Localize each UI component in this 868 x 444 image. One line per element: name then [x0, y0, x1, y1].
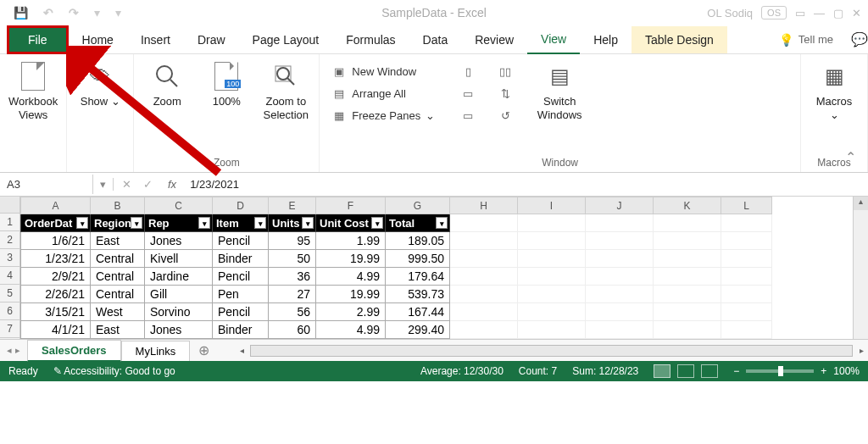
zoom-to-selection-button[interactable]: Zoom to Selection [261, 58, 310, 121]
qat-dropdown-icon[interactable]: ▾ [94, 6, 100, 19]
name-box-dropdown[interactable]: ▾ [93, 178, 114, 191]
user-name[interactable]: OL Sodiq [707, 7, 753, 19]
scroll-up-icon[interactable]: ▴ [854, 197, 868, 210]
hide-button[interactable]: ▭ [457, 83, 479, 103]
table-header[interactable]: Unit Cost▾ [316, 214, 386, 232]
arrange-all-button[interactable]: ▤Arrange All [328, 83, 438, 103]
ribbon-display-icon[interactable]: ▭ [795, 7, 805, 19]
redo-button[interactable]: ↷ [69, 6, 79, 19]
normal-view-button[interactable] [654, 364, 670, 378]
col-header-E[interactable]: E [269, 197, 316, 214]
table-header[interactable]: Total▾ [386, 214, 450, 232]
undo-button[interactable]: ↶ [43, 6, 53, 19]
new-window-button[interactable]: ▣New Window [328, 61, 438, 81]
hundred-percent-button[interactable]: 100 100% [202, 58, 251, 108]
reset-window-button[interactable]: ↺ [494, 105, 516, 125]
zoom-level[interactable]: 100% [833, 365, 860, 377]
sheet-tab-mylinks[interactable]: MyLinks [121, 341, 191, 361]
tell-me-search[interactable]: 💡 Tell me [779, 33, 846, 47]
table-row[interactable]: 4/1/21EastJonesBinder604.99299.40 [21, 321, 772, 339]
col-header-G[interactable]: G [386, 197, 450, 214]
tab-insert[interactable]: Insert [127, 26, 184, 53]
sync-scroll-button[interactable]: ⇅ [494, 83, 516, 103]
row-header[interactable]: 5 [0, 285, 19, 302]
scroll-right-icon[interactable]: ▸ [854, 346, 868, 355]
user-avatar[interactable]: OS [761, 6, 787, 19]
col-header-J[interactable]: J [586, 197, 654, 214]
page-break-view-button[interactable] [701, 364, 718, 378]
svg-line-2 [170, 80, 177, 86]
zoom-in-button[interactable]: + [821, 365, 826, 377]
tab-draw[interactable]: Draw [184, 26, 239, 53]
table-row[interactable]: 3/15/21WestSorvinoPencil562.99167.44 [21, 303, 772, 321]
tab-home[interactable]: Home [69, 26, 127, 53]
col-header-H[interactable]: H [450, 197, 518, 214]
name-box[interactable]: A3 [0, 175, 93, 194]
horizontal-scrollbar[interactable]: ◂ ▸ [235, 345, 868, 357]
col-header-A[interactable]: A [21, 197, 91, 214]
accessibility-status[interactable]: ✎ Accessibility: Good to go [53, 365, 175, 377]
fx-icon[interactable]: fx [161, 178, 183, 191]
view-side-button[interactable]: ▯▯ [494, 61, 516, 81]
col-header-F[interactable]: F [316, 197, 386, 214]
row-header[interactable]: 7 [0, 320, 19, 338]
tab-page-layout[interactable]: Page Layout [239, 26, 333, 53]
eye-icon: 👁 [85, 61, 115, 92]
freeze-panes-button[interactable]: ▦Freeze Panes ⌄ [328, 105, 438, 125]
formula-input[interactable]: 1/23/2021 [183, 175, 868, 194]
sheet-nav-prev[interactable]: ◂ [7, 345, 12, 356]
add-sheet-button[interactable]: ⊕ [190, 342, 218, 358]
tab-view[interactable]: View [527, 25, 580, 54]
enter-formula-icon[interactable]: ✓ [143, 178, 153, 191]
table-row[interactable]: 1/23/21CentralKivellBinder5019.99999.50 [21, 250, 772, 268]
minimize-button[interactable]: — [814, 7, 825, 19]
row-header[interactable]: 6 [0, 302, 19, 320]
row-header[interactable]: 4 [0, 267, 19, 285]
macros-button[interactable]: ▦ Macros⌄ [810, 58, 859, 121]
select-all-cell[interactable] [0, 197, 19, 214]
tab-table-design[interactable]: Table Design [632, 26, 727, 53]
tab-formulas[interactable]: Formulas [332, 26, 409, 53]
switch-windows-button[interactable]: ▤ Switch Windows [535, 58, 584, 121]
table-header[interactable]: Region▾ [91, 214, 145, 232]
table-header[interactable]: Item▾ [213, 214, 269, 232]
close-button[interactable]: ✕ [852, 7, 861, 19]
col-header-B[interactable]: B [91, 197, 145, 214]
save-icon[interactable]: 💾 [14, 6, 28, 19]
row-header[interactable]: 2 [0, 231, 19, 249]
table-header[interactable]: OrderDat▾ [21, 214, 91, 232]
page-layout-view-button[interactable] [677, 364, 694, 378]
split-button[interactable]: ▯ [457, 61, 479, 81]
col-header-D[interactable]: D [213, 197, 269, 214]
qat-more-icon[interactable]: ▾ [115, 6, 121, 19]
col-header-L[interactable]: L [721, 197, 772, 214]
table-header[interactable]: Units▾ [269, 214, 316, 232]
tab-help[interactable]: Help [580, 26, 632, 53]
table-row[interactable]: 2/9/21CentralJardinePencil364.99179.64 [21, 268, 772, 286]
col-header-C[interactable]: C [145, 197, 213, 214]
row-header[interactable]: 3 [0, 249, 19, 267]
tab-file[interactable]: File [7, 25, 69, 54]
table-row[interactable]: 2/26/21CentralGillPen2719.99539.73 [21, 286, 772, 303]
zoom-slider[interactable]: − + 100% [733, 365, 860, 377]
cancel-formula-icon[interactable]: ✕ [122, 178, 131, 191]
unhide-button[interactable]: ▭ [457, 105, 479, 125]
table-header[interactable]: Rep▾ [145, 214, 213, 232]
sheet-nav-next[interactable]: ▸ [15, 345, 20, 356]
zoom-out-button[interactable]: − [733, 365, 739, 377]
collapse-ribbon-icon[interactable]: ⌃ [845, 149, 856, 165]
scroll-left-icon[interactable]: ◂ [235, 346, 248, 355]
show-button[interactable]: 👁 Show ⌄ [75, 58, 125, 108]
comments-icon[interactable]: 💬 [851, 31, 868, 47]
col-header-I[interactable]: I [518, 197, 586, 214]
table-row[interactable]: 1/6/21EastJonesPencil951.99189.05 [21, 232, 772, 250]
sheet-tab-salesorders[interactable]: SalesOrders [27, 340, 121, 362]
zoom-button[interactable]: Zoom [142, 58, 192, 108]
col-header-K[interactable]: K [654, 197, 721, 214]
row-header[interactable]: 1 [0, 214, 19, 231]
workbook-views-button[interactable]: Workbook Views [8, 58, 58, 121]
vertical-scrollbar[interactable]: ▴ [853, 197, 868, 339]
tab-data[interactable]: Data [409, 26, 462, 53]
maximize-button[interactable]: ▢ [833, 7, 843, 19]
tab-review[interactable]: Review [461, 26, 527, 53]
